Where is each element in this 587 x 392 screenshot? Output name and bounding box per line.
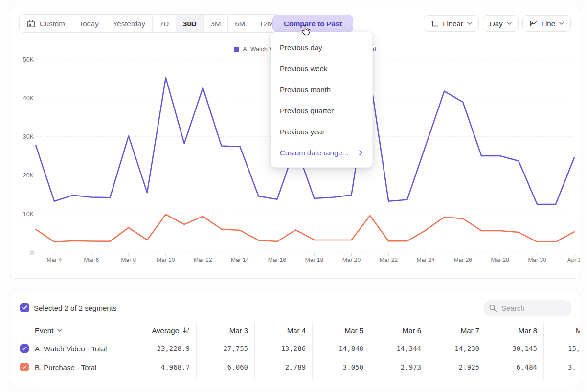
column-separator bbox=[428, 322, 428, 379]
column-header-mar-3[interactable]: Mar 3 bbox=[196, 327, 254, 335]
value-cell: 6,484 bbox=[486, 363, 543, 371]
svg-text:Mar 6: Mar 6 bbox=[84, 257, 99, 263]
svg-text:40K: 40K bbox=[23, 95, 34, 102]
average-header-label: Average bbox=[152, 327, 179, 335]
segments-header: Selected 2 of 2 segments bbox=[10, 291, 580, 319]
svg-text:0: 0 bbox=[30, 250, 34, 257]
chevron-down-icon bbox=[57, 329, 62, 332]
svg-text:Apr 1: Apr 1 bbox=[567, 257, 580, 263]
column-header-mar-6[interactable]: Mar 6 bbox=[370, 327, 428, 335]
menu-item-custom-date-range[interactable]: Custom date range... bbox=[271, 142, 372, 163]
svg-text:Mar 24: Mar 24 bbox=[417, 257, 435, 263]
analytics-dashboard: CustomTodayYesterday7D30D3M6M12M Compare… bbox=[0, 0, 587, 392]
svg-text:Mar 8: Mar 8 bbox=[121, 257, 136, 263]
menu-item-previous-month[interactable]: Previous month bbox=[271, 79, 372, 100]
column-header-mar-7[interactable]: Mar 7 bbox=[428, 327, 486, 335]
menu-item-previous-day[interactable]: Previous day bbox=[271, 37, 372, 58]
check-icon bbox=[22, 305, 27, 310]
svg-text:Mar 26: Mar 26 bbox=[454, 257, 473, 263]
column-header-mar-4[interactable]: Mar 4 bbox=[254, 327, 312, 335]
segments-table-card: Selected 2 of 2 segments EventAverageMar… bbox=[10, 291, 580, 386]
segment-label-cell: B. Purchase - Total bbox=[10, 363, 138, 371]
value-cell: 13,286 bbox=[254, 345, 312, 352]
search-input[interactable] bbox=[501, 304, 565, 312]
legend-swatch bbox=[234, 47, 239, 52]
menu-item-previous-week[interactable]: Previous week bbox=[271, 58, 372, 79]
svg-text:Mar 16: Mar 16 bbox=[268, 257, 287, 263]
svg-text:Mar 28: Mar 28 bbox=[491, 257, 509, 263]
check-icon bbox=[22, 365, 27, 369]
segment-name: B. Purchase - Total bbox=[35, 363, 96, 371]
search-icon bbox=[489, 304, 497, 312]
value-cell: 27,755 bbox=[196, 345, 254, 352]
menu-item-previous-year[interactable]: Previous year bbox=[271, 121, 372, 142]
average-value: 23,228.9 bbox=[138, 345, 196, 352]
value-cell: 30,145 bbox=[486, 345, 543, 352]
segment-name: A. Watch Video - Total bbox=[35, 345, 107, 353]
svg-text:Mar 12: Mar 12 bbox=[194, 257, 212, 263]
column-header-average[interactable]: Average bbox=[138, 327, 196, 335]
value-cell: 2,925 bbox=[428, 363, 486, 371]
column-header-clipped: M bbox=[543, 327, 580, 335]
clipped-value-cell: 15, bbox=[543, 345, 580, 352]
column-separator bbox=[254, 322, 255, 379]
value-cell: 14,344 bbox=[370, 345, 428, 352]
svg-text:Mar 22: Mar 22 bbox=[380, 257, 398, 263]
check-icon bbox=[22, 347, 27, 350]
column-separator bbox=[312, 322, 313, 379]
column-separator bbox=[486, 322, 486, 379]
segment-label-cell: A. Watch Video - Total bbox=[10, 344, 138, 353]
clipped-value-cell: 3, bbox=[543, 363, 580, 371]
svg-text:50K: 50K bbox=[23, 56, 34, 63]
value-cell: 2,973 bbox=[370, 363, 428, 371]
svg-text:Mar 18: Mar 18 bbox=[305, 257, 324, 263]
table-row: A. Watch Video - Total23,228.927,75513,2… bbox=[10, 339, 580, 358]
menu-item-previous-quarter[interactable]: Previous quarter bbox=[271, 100, 372, 121]
column-separator bbox=[370, 322, 370, 379]
value-cell: 3,050 bbox=[312, 363, 370, 371]
value-cell: 14,848 bbox=[312, 345, 370, 352]
column-separator bbox=[543, 322, 544, 379]
segments-table: EventAverageMar 3Mar 4Mar 5Mar 6Mar 7Mar… bbox=[10, 322, 580, 376]
chevron-right-icon bbox=[359, 150, 362, 155]
value-cell: 14,230 bbox=[428, 345, 486, 352]
value-cell: 6,060 bbox=[196, 363, 254, 371]
column-header-mar-8[interactable]: Mar 8 bbox=[486, 327, 543, 335]
event-header-label: Event bbox=[35, 327, 53, 335]
column-header-mar-5[interactable]: Mar 5 bbox=[312, 327, 370, 335]
svg-text:Mar 30: Mar 30 bbox=[528, 257, 546, 263]
segment-checkbox[interactable] bbox=[20, 363, 29, 371]
sort-descending-icon bbox=[182, 327, 190, 334]
table-header-row: EventAverageMar 3Mar 4Mar 5Mar 6Mar 7Mar… bbox=[10, 322, 580, 339]
svg-text:Mar 4: Mar 4 bbox=[47, 257, 62, 263]
average-value: 4,968.7 bbox=[138, 363, 196, 371]
svg-text:Mar 20: Mar 20 bbox=[342, 257, 361, 263]
svg-text:Mar 10: Mar 10 bbox=[157, 257, 175, 263]
svg-text:Mar 14: Mar 14 bbox=[231, 257, 249, 263]
svg-text:10K: 10K bbox=[23, 211, 34, 218]
svg-text:20K: 20K bbox=[23, 172, 34, 179]
segment-checkbox[interactable] bbox=[20, 344, 29, 353]
selected-segments-text: Selected 2 of 2 segments bbox=[34, 304, 116, 312]
column-header-event[interactable]: Event bbox=[10, 327, 138, 335]
table-row: B. Purchase - Total4,968.76,0602,7893,05… bbox=[10, 358, 580, 376]
svg-text:30K: 30K bbox=[23, 133, 34, 140]
custom-date-range-label: Custom date range... bbox=[280, 149, 348, 157]
compare-to-past-menu: Previous dayPrevious weekPrevious monthP… bbox=[271, 32, 373, 168]
search-box[interactable] bbox=[483, 300, 572, 316]
value-cell: 2,789 bbox=[254, 363, 312, 371]
select-all-checkbox[interactable] bbox=[20, 303, 29, 312]
column-separator bbox=[196, 322, 197, 379]
